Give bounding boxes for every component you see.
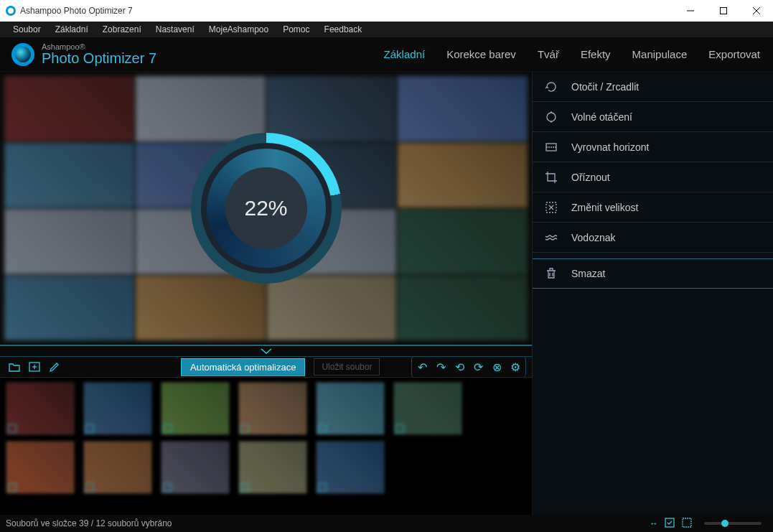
tab-face[interactable]: Tvář [536,45,561,63]
deselect-all-icon[interactable] [681,517,693,531]
menu-help[interactable]: Pomoc [276,22,317,37]
redo-button[interactable]: ↷ [432,358,449,375]
fit-width-icon[interactable]: ↔ [650,518,658,528]
brand-line2: Photo Optimizer 7 [42,51,156,65]
progress-percent-label: 22% [225,167,307,249]
tool-straighten-horizon[interactable]: Vyrovnat horizont [533,132,773,162]
tool-label: Smazat [571,268,605,279]
tool-crop[interactable]: Oříznout [533,162,773,192]
thumbnail[interactable] [238,382,307,435]
brand-logo-icon [11,43,34,66]
main-tabs: Základní Korekce barev Tvář Efekty Manip… [383,45,762,63]
tab-color-correction[interactable]: Korekce barev [445,45,517,63]
tool-label: Vyrovnat horizont [571,141,649,153]
free-rotate-icon [544,110,558,124]
filmstrip[interactable] [0,378,532,515]
maximize-button[interactable] [707,0,740,22]
menu-view[interactable]: Zobrazení [95,22,149,37]
tab-manipulation[interactable]: Manipulace [631,45,689,63]
auto-optimize-button[interactable]: Automatická optimalizace [181,358,305,376]
rotate-icon [544,80,558,94]
redo-all-button[interactable]: ⟳ [469,358,487,375]
resize-icon [544,200,558,215]
undo-all-button[interactable]: ⟲ [451,358,468,375]
brush-button[interactable] [46,358,63,375]
tool-delete[interactable]: Smazat [533,258,773,289]
delete-icon [544,266,558,281]
horizon-icon [544,140,558,154]
preview-area: 22% [0,72,532,345]
thumbnail[interactable] [161,382,230,435]
zoom-slider[interactable] [704,522,762,525]
progress-indicator: 22% [191,133,342,284]
undo-button[interactable]: ↶ [413,358,431,375]
add-image-button[interactable] [26,358,43,375]
app-logo-icon [6,6,16,16]
menu-myashampoo[interactable]: MojeAshampoo [202,22,276,37]
save-file-button[interactable]: Uložit soubor [314,358,380,375]
menu-file[interactable]: Soubor [6,22,48,37]
tool-resize[interactable]: Změnit velikost [533,192,773,223]
close-button[interactable] [740,0,773,22]
brand-row: Ashampoo® Photo Optimizer 7 Základní Kor… [0,37,773,72]
svg-rect-11 [665,518,674,527]
status-text: Souborů ve složce 39 / 12 souborů vybrán… [6,518,172,528]
svg-rect-12 [683,518,691,527]
thumbnail[interactable] [6,382,75,435]
thumbnail[interactable] [83,382,152,435]
tool-label: Volné otáčení [571,111,632,123]
svg-rect-1 [721,8,727,14]
crop-icon [544,170,558,185]
thumbnail[interactable] [6,441,75,494]
tool-label: Změnit velikost [571,202,638,213]
tool-watermark[interactable]: Vodoznak [533,223,773,253]
thumbnail[interactable] [238,441,307,494]
title-bar: Ashampoo Photo Optimizer 7 [0,0,773,22]
minimize-button[interactable] [674,0,707,22]
thumbnail[interactable] [393,382,462,435]
thumbnail[interactable] [83,441,152,494]
open-folder-button[interactable] [6,358,23,375]
filmstrip-toolbar: Automatická optimalizace Uložit soubor ↶… [0,356,532,378]
menu-bar: Soubor Základní Zobrazení Nastavení Moje… [0,22,773,37]
tools-panel: Otočit / Zrcadlit Volné otáčení Vyrovnat… [532,72,773,515]
thumbnail[interactable] [161,441,230,494]
watermark-icon [544,230,558,245]
select-all-icon[interactable] [664,517,675,531]
tool-rotate-mirror[interactable]: Otočit / Zrcadlit [533,72,773,102]
settings-gear-icon[interactable]: ⚙ [507,358,524,375]
menu-settings[interactable]: Nastavení [149,22,202,37]
tab-export[interactable]: Exportovat [707,45,762,63]
tool-label: Vodoznak [571,232,616,243]
menu-basic[interactable]: Základní [48,22,95,37]
status-bar: Souborů ve složce 39 / 12 souborů vybrán… [0,515,773,532]
menu-feedback[interactable]: Feedback [317,22,370,37]
window-title: Ashampoo Photo Optimizer 7 [20,6,133,16]
reset-button[interactable]: ⊗ [488,358,505,375]
thumbnail[interactable] [316,382,385,435]
tab-basic[interactable]: Základní [383,45,427,63]
splitter-handle[interactable] [0,345,532,356]
tool-free-rotate[interactable]: Volné otáčení [533,102,773,132]
tab-effects[interactable]: Efekty [579,45,612,63]
tool-label: Oříznout [571,172,610,183]
svg-point-7 [547,113,556,121]
tool-label: Otočit / Zrcadlit [571,81,639,93]
thumbnail[interactable] [316,441,385,494]
